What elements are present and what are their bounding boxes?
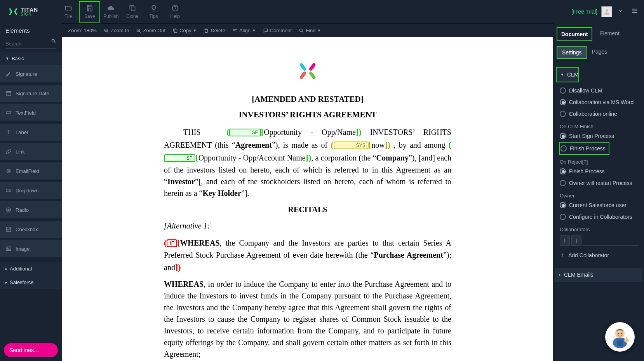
clm-accordion-header[interactable]: ▼CLM <box>556 67 579 82</box>
recitals-heading: RECITALS <box>164 204 451 215</box>
file-button[interactable]: File <box>57 1 79 23</box>
mascot-icon <box>606 323 634 351</box>
merge-field-sys[interactable]: SYS <box>334 141 369 149</box>
merge-field-if[interactable]: IF <box>167 239 177 247</box>
left-elements-panel: Elements ▼Basic Signature Signature Date… <box>0 23 62 361</box>
save-icon <box>86 4 94 12</box>
tab-element[interactable]: Element <box>595 27 623 41</box>
element-signature-date[interactable]: Signature Date <box>0 85 62 102</box>
document-canvas[interactable]: [AMENDED AND RESTATED] INVESTORS’ RIGHTS… <box>62 37 553 361</box>
element-emailfield[interactable]: EmailField <box>0 162 62 180</box>
radio-start-sign-process[interactable]: Start Sign Process <box>559 130 640 142</box>
svg-rect-0 <box>131 7 135 11</box>
colored-logo-icon <box>297 61 318 82</box>
alternative1: [Alternative 1:1 <box>164 220 451 232</box>
free-trial-label[interactable]: [Free Trial] <box>571 9 597 15</box>
brand-sub: SIGN <box>21 12 38 16</box>
textfield-icon <box>5 110 12 116</box>
image-icon <box>5 246 12 252</box>
comment-button[interactable]: Comment <box>263 28 292 33</box>
tab-document[interactable]: Document <box>557 27 592 41</box>
svg-rect-5 <box>174 30 177 32</box>
svg-point-16 <box>7 248 9 249</box>
pencil-icon <box>5 71 12 77</box>
subtab-settings[interactable]: Settings <box>557 46 587 59</box>
elements-search-input[interactable] <box>5 39 56 49</box>
svg-point-21 <box>618 333 619 334</box>
doc-logo <box>164 61 451 82</box>
comment-icon <box>263 28 268 33</box>
element-image[interactable]: Image <box>0 240 62 257</box>
main-menu-button[interactable] <box>629 7 640 16</box>
radio-owner-restart[interactable]: Owner will restart Process <box>559 177 640 189</box>
clm-emails-accordion-header[interactable]: ▸CLM Emails <box>555 268 642 282</box>
radio-collab-msword[interactable]: Collaboration via MS Word <box>559 96 640 108</box>
merge-field-sf2[interactable]: SF <box>164 154 195 162</box>
calendar-icon <box>5 90 12 96</box>
search-icon[interactable] <box>51 38 56 45</box>
document-page[interactable]: [AMENDED AND RESTATED] INVESTORS’ RIGHTS… <box>127 37 488 361</box>
merge-field-sf[interactable]: SF <box>229 129 261 136</box>
find-button[interactable]: Find ▼ <box>299 28 321 33</box>
brand-logo[interactable]: TITANSIGN <box>4 6 42 17</box>
save-button[interactable]: Save <box>79 1 100 23</box>
svg-point-7 <box>52 39 54 42</box>
dropdown-icon <box>5 187 12 194</box>
svg-point-6 <box>300 29 303 31</box>
svg-point-13 <box>8 209 9 211</box>
at-icon <box>5 168 12 174</box>
radio-configure-collaborators[interactable]: Configure in Collaborators <box>559 211 640 223</box>
collab-move-up[interactable]: ↑ <box>560 235 570 246</box>
zoom-out-button[interactable]: Zoom Out <box>136 28 165 33</box>
user-avatar[interactable] <box>601 6 612 17</box>
radio-current-sf-user[interactable]: Current Salesforce user <box>559 199 640 211</box>
whereas-1: (IF[WHEREAS, the Company and the Investo… <box>164 236 451 274</box>
subtab-pages[interactable]: Pages <box>587 46 612 59</box>
folder-icon <box>64 4 72 12</box>
zoom-in-button[interactable]: Zoom In <box>104 28 129 33</box>
element-link[interactable]: Link <box>0 143 62 160</box>
tips-button[interactable]: Tips <box>143 1 164 23</box>
zoom-level[interactable]: Zoom: 180% <box>68 28 97 33</box>
zoom-in-icon <box>104 28 109 33</box>
svg-point-2 <box>606 9 608 12</box>
link-icon <box>5 148 12 155</box>
titan-logo-icon <box>8 6 19 17</box>
svg-rect-9 <box>6 112 11 113</box>
right-properties-panel: Document Element Settings Pages ▼CLM Dis… <box>553 23 644 361</box>
add-collaborator-button[interactable]: ＋Add Collaborator <box>559 248 640 262</box>
element-dropdown[interactable]: Dropdown <box>0 182 62 199</box>
collaborators-label: Collaborators <box>559 223 640 233</box>
whereas-2: WHEREAS, in order to induce the Company … <box>164 278 451 360</box>
copy-icon <box>172 28 178 33</box>
radio-disallow-clm[interactable]: Disallow CLM <box>559 85 640 96</box>
additional-section-header[interactable]: ▸Additional <box>0 262 62 276</box>
clone-button[interactable]: Clone <box>122 1 143 23</box>
element-radio[interactable]: Radio <box>0 201 62 218</box>
element-checkbox[interactable]: Checkbox <box>0 221 62 238</box>
radio-finish-process[interactable]: Finish Process <box>559 142 609 155</box>
svg-rect-24 <box>626 337 627 340</box>
salesforce-section-header[interactable]: ▸Salesforce <box>0 276 62 289</box>
element-textfield[interactable]: TextField <box>0 104 62 121</box>
align-button[interactable]: Align ▼ <box>232 28 256 33</box>
user-menu-chevron[interactable] <box>616 8 625 15</box>
checkbox-icon <box>5 226 12 232</box>
element-signature[interactable]: Signature <box>0 65 62 82</box>
radio-collab-online[interactable]: Collaboration online <box>559 108 640 120</box>
help-button[interactable]: Help <box>164 1 186 23</box>
copy-button[interactable]: Copy ▼ <box>172 28 197 33</box>
on-reject-label: On Reject[?] <box>559 155 640 166</box>
top-toolbar: TITANSIGN File Save Publish Clone Tips H… <box>0 0 644 23</box>
element-label[interactable]: Label <box>0 124 62 141</box>
help-icon <box>171 4 179 12</box>
basic-section-header[interactable]: ▼Basic <box>0 52 62 65</box>
collab-input[interactable] <box>583 235 639 246</box>
collab-move-down[interactable]: ↓ <box>571 235 581 246</box>
cloud-icon <box>107 4 115 12</box>
publish-button[interactable]: Publish <box>100 1 122 23</box>
send-message-button[interactable]: Send mes… <box>4 343 58 357</box>
delete-button[interactable]: Delete <box>204 28 225 33</box>
radio-finish-process-reject[interactable]: Finish Process <box>559 166 640 177</box>
help-mascot[interactable] <box>605 322 635 352</box>
